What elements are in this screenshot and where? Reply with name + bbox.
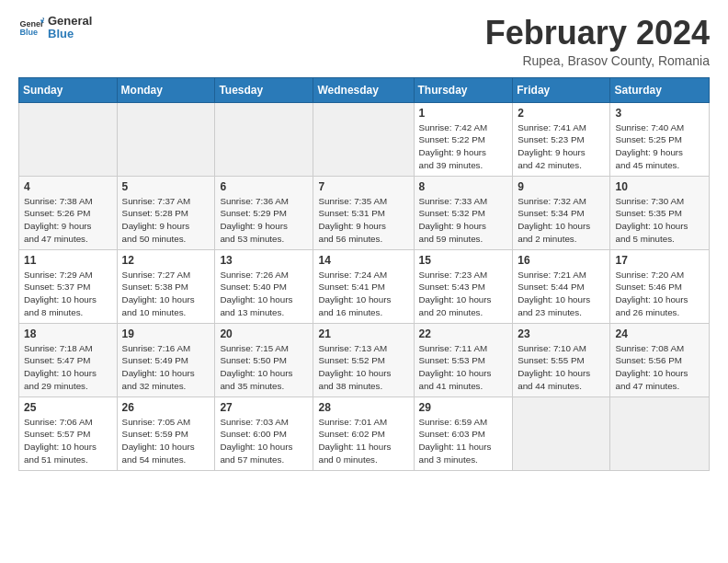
day-info: Sunrise: 7:03 AM Sunset: 6:00 PM Dayligh… — [220, 416, 308, 466]
day-info: Sunrise: 7:23 AM Sunset: 5:43 PM Dayligh… — [419, 269, 508, 319]
day-number: 28 — [318, 401, 408, 414]
day-info: Sunrise: 7:42 AM Sunset: 5:22 PM Dayligh… — [419, 121, 508, 172]
calendar-cell: 24Sunrise: 7:08 AM Sunset: 5:56 PM Dayli… — [610, 323, 710, 396]
calendar-cell — [513, 396, 610, 470]
day-number: 15 — [419, 254, 508, 267]
title-block: February 2024 Rupea, Brasov County, Roma… — [485, 15, 710, 68]
calendar-cell: 28Sunrise: 7:01 AM Sunset: 6:02 PM Dayli… — [313, 396, 414, 470]
calendar-cell: 14Sunrise: 7:24 AM Sunset: 5:41 PM Dayli… — [313, 249, 414, 323]
calendar-cell — [117, 102, 215, 176]
day-number: 23 — [518, 327, 605, 340]
day-number: 10 — [615, 180, 704, 193]
day-number: 19 — [122, 327, 210, 340]
day-number: 3 — [615, 107, 704, 120]
day-info: Sunrise: 7:18 AM Sunset: 5:47 PM Dayligh… — [24, 342, 112, 393]
calendar-week-row: 18Sunrise: 7:18 AM Sunset: 5:47 PM Dayli… — [19, 323, 710, 396]
day-info: Sunrise: 7:16 AM Sunset: 5:49 PM Dayligh… — [122, 342, 210, 393]
calendar-cell: 9Sunrise: 7:32 AM Sunset: 5:34 PM Daylig… — [513, 176, 610, 249]
day-info: Sunrise: 7:06 AM Sunset: 5:57 PM Dayligh… — [24, 416, 112, 466]
calendar-cell — [215, 102, 313, 176]
day-number: 2 — [518, 107, 605, 120]
day-number: 6 — [220, 180, 308, 193]
day-number: 18 — [24, 327, 112, 340]
calendar-cell: 19Sunrise: 7:16 AM Sunset: 5:49 PM Dayli… — [117, 323, 215, 396]
day-info: Sunrise: 6:59 AM Sunset: 6:03 PM Dayligh… — [419, 416, 508, 466]
day-info: Sunrise: 7:05 AM Sunset: 5:59 PM Dayligh… — [122, 416, 210, 466]
day-info: Sunrise: 7:41 AM Sunset: 5:23 PM Dayligh… — [518, 121, 605, 172]
calendar-cell: 26Sunrise: 7:05 AM Sunset: 5:59 PM Dayli… — [117, 396, 215, 470]
day-number: 8 — [419, 180, 508, 193]
day-number: 20 — [220, 327, 308, 340]
calendar-day-header: Tuesday — [215, 77, 313, 102]
calendar-cell: 4Sunrise: 7:38 AM Sunset: 5:26 PM Daylig… — [19, 176, 118, 249]
calendar-cell: 1Sunrise: 7:42 AM Sunset: 5:22 PM Daylig… — [414, 102, 513, 176]
logo-blue-text: Blue — [48, 28, 92, 40]
day-info: Sunrise: 7:32 AM Sunset: 5:34 PM Dayligh… — [518, 195, 605, 246]
calendar-header-row: SundayMondayTuesdayWednesdayThursdayFrid… — [19, 77, 710, 102]
day-info: Sunrise: 7:35 AM Sunset: 5:31 PM Dayligh… — [318, 195, 408, 246]
calendar-cell: 8Sunrise: 7:33 AM Sunset: 5:32 PM Daylig… — [414, 176, 513, 249]
calendar-day-header: Sunday — [19, 77, 118, 102]
day-info: Sunrise: 7:15 AM Sunset: 5:50 PM Dayligh… — [220, 342, 308, 393]
calendar-cell: 13Sunrise: 7:26 AM Sunset: 5:40 PM Dayli… — [215, 249, 313, 323]
day-number: 27 — [220, 401, 308, 414]
day-info: Sunrise: 7:29 AM Sunset: 5:37 PM Dayligh… — [24, 269, 112, 319]
calendar-cell: 11Sunrise: 7:29 AM Sunset: 5:37 PM Dayli… — [19, 249, 118, 323]
calendar-cell: 18Sunrise: 7:18 AM Sunset: 5:47 PM Dayli… — [19, 323, 118, 396]
day-number: 5 — [122, 180, 210, 193]
day-info: Sunrise: 7:01 AM Sunset: 6:02 PM Dayligh… — [318, 416, 408, 466]
day-number: 25 — [24, 401, 112, 414]
day-info: Sunrise: 7:38 AM Sunset: 5:26 PM Dayligh… — [24, 195, 112, 246]
calendar-cell: 6Sunrise: 7:36 AM Sunset: 5:29 PM Daylig… — [215, 176, 313, 249]
calendar-cell: 10Sunrise: 7:30 AM Sunset: 5:35 PM Dayli… — [610, 176, 710, 249]
logo-icon: General Blue — [18, 15, 44, 40]
calendar-day-header: Wednesday — [313, 77, 414, 102]
day-info: Sunrise: 7:30 AM Sunset: 5:35 PM Dayligh… — [615, 195, 704, 246]
calendar-cell: 16Sunrise: 7:21 AM Sunset: 5:44 PM Dayli… — [513, 249, 610, 323]
calendar-cell: 29Sunrise: 6:59 AM Sunset: 6:03 PM Dayli… — [414, 396, 513, 470]
calendar-cell: 3Sunrise: 7:40 AM Sunset: 5:25 PM Daylig… — [610, 102, 710, 176]
day-number: 29 — [419, 401, 508, 414]
day-info: Sunrise: 7:10 AM Sunset: 5:55 PM Dayligh… — [518, 342, 605, 393]
calendar-cell: 25Sunrise: 7:06 AM Sunset: 5:57 PM Dayli… — [19, 396, 118, 470]
day-info: Sunrise: 7:21 AM Sunset: 5:44 PM Dayligh… — [518, 269, 605, 319]
calendar-cell: 7Sunrise: 7:35 AM Sunset: 5:31 PM Daylig… — [313, 176, 414, 249]
calendar-subtitle: Rupea, Brasov County, Romania — [485, 53, 710, 68]
day-info: Sunrise: 7:27 AM Sunset: 5:38 PM Dayligh… — [122, 269, 210, 319]
calendar-day-header: Friday — [513, 77, 610, 102]
day-info: Sunrise: 7:33 AM Sunset: 5:32 PM Dayligh… — [419, 195, 508, 246]
calendar-day-header: Saturday — [610, 77, 710, 102]
day-number: 14 — [318, 254, 408, 267]
day-info: Sunrise: 7:36 AM Sunset: 5:29 PM Dayligh… — [220, 195, 308, 246]
calendar-cell — [19, 102, 118, 176]
calendar-week-row: 25Sunrise: 7:06 AM Sunset: 5:57 PM Dayli… — [19, 396, 710, 470]
calendar-cell — [610, 396, 710, 470]
calendar-cell: 23Sunrise: 7:10 AM Sunset: 5:55 PM Dayli… — [513, 323, 610, 396]
day-number: 24 — [615, 327, 704, 340]
calendar-day-header: Monday — [117, 77, 215, 102]
day-info: Sunrise: 7:08 AM Sunset: 5:56 PM Dayligh… — [615, 342, 704, 393]
day-number: 7 — [318, 180, 408, 193]
logo-general-text: General — [48, 15, 92, 28]
calendar-table: SundayMondayTuesdayWednesdayThursdayFrid… — [18, 77, 710, 471]
day-number: 22 — [419, 327, 508, 340]
calendar-cell: 12Sunrise: 7:27 AM Sunset: 5:38 PM Dayli… — [117, 249, 215, 323]
calendar-cell: 2Sunrise: 7:41 AM Sunset: 5:23 PM Daylig… — [513, 102, 610, 176]
day-number: 17 — [615, 254, 704, 267]
calendar-cell: 21Sunrise: 7:13 AM Sunset: 5:52 PM Dayli… — [313, 323, 414, 396]
day-info: Sunrise: 7:20 AM Sunset: 5:46 PM Dayligh… — [615, 269, 704, 319]
calendar-week-row: 4Sunrise: 7:38 AM Sunset: 5:26 PM Daylig… — [19, 176, 710, 249]
calendar-title: February 2024 — [485, 15, 710, 52]
calendar-cell: 5Sunrise: 7:37 AM Sunset: 5:28 PM Daylig… — [117, 176, 215, 249]
calendar-week-row: 1Sunrise: 7:42 AM Sunset: 5:22 PM Daylig… — [19, 102, 710, 176]
calendar-day-header: Thursday — [414, 77, 513, 102]
day-number: 9 — [518, 180, 605, 193]
day-number: 11 — [24, 254, 112, 267]
day-number: 13 — [220, 254, 308, 267]
calendar-week-row: 11Sunrise: 7:29 AM Sunset: 5:37 PM Dayli… — [19, 249, 710, 323]
day-number: 26 — [122, 401, 210, 414]
page-header: General Blue General Blue February 2024 … — [18, 15, 710, 68]
day-info: Sunrise: 7:13 AM Sunset: 5:52 PM Dayligh… — [318, 342, 408, 393]
day-info: Sunrise: 7:40 AM Sunset: 5:25 PM Dayligh… — [615, 121, 704, 172]
calendar-cell: 15Sunrise: 7:23 AM Sunset: 5:43 PM Dayli… — [414, 249, 513, 323]
